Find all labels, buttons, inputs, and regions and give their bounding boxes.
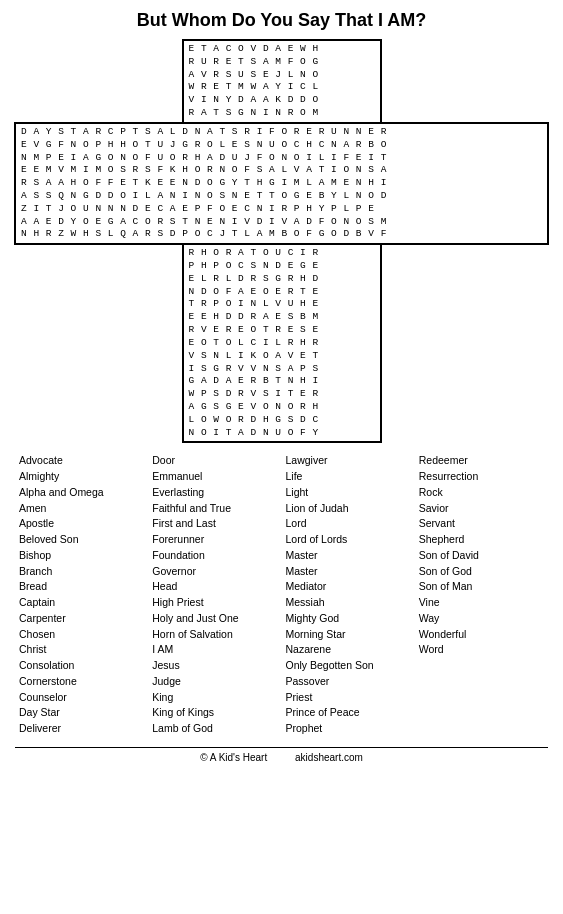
word-item: Jesus	[152, 658, 277, 674]
footer: © A Kid's Heart akidsheart.com	[15, 747, 548, 763]
word-item: Light	[286, 485, 411, 501]
word-item: Lawgiver	[286, 453, 411, 469]
word-item: Shepherd	[419, 532, 544, 548]
word-item: Faithful and True	[152, 501, 277, 517]
word-col-3: LawgiverLifeLightLion of JudahLordLord o…	[282, 453, 415, 737]
word-item: Captain	[19, 595, 144, 611]
word-item: Beloved Son	[19, 532, 144, 548]
word-item: Passover	[286, 674, 411, 690]
footer-left: © A Kid's Heart	[200, 752, 267, 763]
word-item: Son of Man	[419, 579, 544, 595]
word-item: Everlasting	[152, 485, 277, 501]
word-item: High Priest	[152, 595, 277, 611]
puzzle-wrapper: E T A C O V D A E W H R U R E T S A M F …	[15, 39, 548, 443]
word-item: Son of God	[419, 564, 544, 580]
word-item: Governor	[152, 564, 277, 580]
word-item: Judge	[152, 674, 277, 690]
word-item: Son of David	[419, 548, 544, 564]
word-item: Lord	[286, 516, 411, 532]
bot-right-spacer	[382, 245, 549, 443]
word-item: Priest	[286, 690, 411, 706]
cross-mid-row: D A Y S T A R C P T S A L D N A T S R I …	[14, 122, 549, 245]
word-item: Vine	[419, 595, 544, 611]
word-item: Holy and Just One	[152, 611, 277, 627]
word-item: Savior	[419, 501, 544, 517]
word-item: First and Last	[152, 516, 277, 532]
page-title: But Whom Do You Say That I AM?	[15, 10, 548, 31]
word-item: Wonderful	[419, 627, 544, 643]
word-item: Only Begotten Son	[286, 658, 411, 674]
word-item: Forerunner	[152, 532, 277, 548]
word-item: Christ	[19, 642, 144, 658]
word-item: King	[152, 690, 277, 706]
word-item: Mighty God	[286, 611, 411, 627]
word-item: Lord of Lords	[286, 532, 411, 548]
word-item: Almighty	[19, 469, 144, 485]
word-item: Bread	[19, 579, 144, 595]
page: But Whom Do You Say That I AM? E T A C O…	[0, 0, 563, 773]
word-item: Master	[286, 564, 411, 580]
word-item: Chosen	[19, 627, 144, 643]
word-item: Master	[286, 548, 411, 564]
word-item: I AM	[152, 642, 277, 658]
word-item: Consolation	[19, 658, 144, 674]
bot-left-spacer	[15, 245, 182, 443]
word-item: King of Kings	[152, 705, 277, 721]
word-item: Alpha and Omega	[19, 485, 144, 501]
word-item: Door	[152, 453, 277, 469]
word-item: Way	[419, 611, 544, 627]
cross-mid-grid: D A Y S T A R C P T S A L D N A T S R I …	[14, 122, 549, 245]
word-list: AdvocateAlmightyAlpha and OmegaAmenApost…	[15, 453, 548, 737]
word-item: Carpenter	[19, 611, 144, 627]
word-col-1: AdvocateAlmightyAlpha and OmegaAmenApost…	[15, 453, 148, 737]
word-item: Servant	[419, 516, 544, 532]
word-item: Prince of Peace	[286, 705, 411, 721]
cross-top-grid: E T A C O V D A E W H R U R E T S A M F …	[182, 39, 382, 122]
word-item: Day Star	[19, 705, 144, 721]
word-item: Redeemer	[419, 453, 544, 469]
word-item: Cornerstone	[19, 674, 144, 690]
word-item: Counselor	[19, 690, 144, 706]
top-right-spacer	[382, 39, 549, 122]
word-item: Life	[286, 469, 411, 485]
word-item: Word	[419, 642, 544, 658]
word-col-2: DoorEmmanuelEverlastingFaithful and True…	[148, 453, 281, 737]
word-item: Rock	[419, 485, 544, 501]
cross-bot-grid: R H O R A T O U C I R P H P O C S N D E …	[182, 245, 382, 443]
word-item: Head	[152, 579, 277, 595]
word-item: Horn of Salvation	[152, 627, 277, 643]
word-item: Advocate	[19, 453, 144, 469]
word-item: Morning Star	[286, 627, 411, 643]
word-item: Prophet	[286, 721, 411, 737]
word-item: Foundation	[152, 548, 277, 564]
word-item: Bishop	[19, 548, 144, 564]
word-item: Branch	[19, 564, 144, 580]
word-item: Messiah	[286, 595, 411, 611]
cross-bot-row: R H O R A T O U C I R P H P O C S N D E …	[15, 245, 549, 443]
word-col-4: RedeemerResurrectionRockSaviorServantShe…	[415, 453, 548, 737]
word-item: Lamb of God	[152, 721, 277, 737]
word-item: Apostle	[19, 516, 144, 532]
word-item: Amen	[19, 501, 144, 517]
word-item: Nazarene	[286, 642, 411, 658]
word-item: Mediator	[286, 579, 411, 595]
top-left-spacer	[15, 39, 182, 122]
word-item: Deliverer	[19, 721, 144, 737]
word-item: Emmanuel	[152, 469, 277, 485]
word-item: Resurrection	[419, 469, 544, 485]
footer-right: akidsheart.com	[295, 752, 363, 763]
cross-top-row: E T A C O V D A E W H R U R E T S A M F …	[15, 39, 549, 122]
word-item: Lion of Judah	[286, 501, 411, 517]
